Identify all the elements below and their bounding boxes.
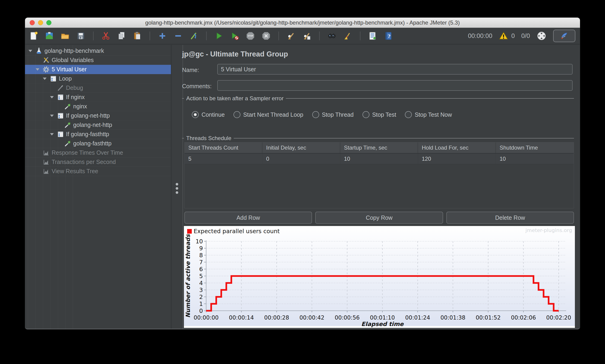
tree-item-label: Debug bbox=[66, 85, 83, 91]
cell-hold-load-for-sec[interactable]: 120 bbox=[418, 154, 496, 164]
templates-button[interactable] bbox=[44, 31, 55, 41]
tree-item-response-times-over-time[interactable]: Response Times Over Time bbox=[25, 148, 171, 157]
minimize-button[interactable] bbox=[38, 20, 43, 25]
radio-label: Stop Thread bbox=[322, 111, 354, 118]
comments-input[interactable] bbox=[217, 80, 573, 91]
paste-button[interactable] bbox=[132, 31, 143, 41]
delete-row-button[interactable]: Delete Row bbox=[446, 212, 574, 224]
expander-icon[interactable] bbox=[42, 78, 48, 80]
svg-text:00:01:38: 00:01:38 bbox=[441, 314, 466, 321]
tree-item-debug[interactable]: Debug bbox=[25, 83, 171, 93]
column-header-shutdown-time[interactable]: Shutdown Time bbox=[496, 143, 574, 153]
column-header-startup-time-sec[interactable]: Startup Time, sec bbox=[340, 143, 418, 153]
clean-all-button[interactable] bbox=[302, 31, 312, 41]
radio-continue[interactable]: Continue bbox=[192, 111, 225, 118]
open-button[interactable] bbox=[60, 31, 70, 41]
log-errors-indicator[interactable]: 0 bbox=[499, 31, 515, 41]
svg-text:00:01:10: 00:01:10 bbox=[370, 314, 395, 321]
svg-text:00:00:28: 00:00:28 bbox=[264, 314, 289, 321]
svg-text:6: 6 bbox=[199, 266, 203, 273]
toolbar-separator bbox=[319, 31, 320, 40]
test-plan-tree: golang-http-benchmarkGlobal Variables5 V… bbox=[25, 45, 171, 329]
tree-item-golang-fasthttp[interactable]: golang-fasthttp bbox=[25, 139, 171, 148]
radio-start-next-thread-loop[interactable]: Start Next Thread Loop bbox=[234, 111, 303, 118]
svg-text:5: 5 bbox=[199, 273, 203, 279]
column-header-hold-load-for-sec[interactable]: Hold Load For, sec bbox=[418, 143, 496, 153]
tree-item-transactions-per-second[interactable]: Transactions per Second bbox=[25, 157, 171, 167]
cell-initial-delay-sec[interactable]: 0 bbox=[263, 154, 340, 164]
radio-circle-icon bbox=[234, 111, 240, 118]
tree-item-label: 5 Virtual User bbox=[52, 66, 87, 73]
start-no-pauses-button[interactable] bbox=[229, 31, 240, 41]
dropper-icon bbox=[64, 140, 71, 147]
tree-item-loop[interactable]: Loop bbox=[25, 74, 171, 83]
search-reset-icon bbox=[343, 31, 353, 41]
zoom-button[interactable] bbox=[46, 20, 52, 25]
toolbar: 00:00:00 0 0/0 bbox=[25, 28, 580, 44]
radio-label: Start Next Thread Loop bbox=[243, 111, 303, 118]
copy-button[interactable] bbox=[116, 31, 127, 41]
new-button[interactable] bbox=[28, 31, 39, 41]
function-helper-icon bbox=[368, 31, 378, 41]
tree-item-if-golang-net-http[interactable]: If golang-net-http bbox=[25, 111, 171, 120]
titlebar[interactable]: golang-http-benchmark.jmx (/Users/nicola… bbox=[25, 18, 580, 28]
radio-stop-test-now[interactable]: Stop Test Now bbox=[405, 111, 452, 118]
search-reset-button[interactable] bbox=[342, 31, 353, 41]
sphere-icon[interactable] bbox=[537, 31, 547, 41]
expander-icon[interactable] bbox=[49, 115, 55, 117]
jmeter-window: golang-http-benchmark.jmx (/Users/nicola… bbox=[25, 18, 580, 329]
cell-startup-time-sec[interactable]: 10 bbox=[340, 154, 418, 164]
tree-item-global-variables[interactable]: Global Variables bbox=[25, 56, 171, 65]
tree-items: golang-http-benchmarkGlobal Variables5 V… bbox=[25, 46, 171, 176]
threads-schedule-title: Threads Schedule bbox=[186, 135, 231, 142]
tree-item-5-virtual-user[interactable]: 5 Virtual User bbox=[25, 65, 171, 74]
help-icon bbox=[383, 31, 393, 41]
radio-stop-test[interactable]: Stop Test bbox=[363, 111, 396, 118]
zoom-in-icon bbox=[158, 31, 167, 41]
start-button[interactable] bbox=[213, 31, 224, 41]
tree-item-golang-http-benchmark[interactable]: golang-http-benchmark bbox=[25, 46, 171, 56]
tree-item-label: golang-net-http bbox=[73, 122, 112, 128]
column-header-initial-delay-sec[interactable]: Initial Delay, sec bbox=[263, 143, 340, 153]
stop-button[interactable] bbox=[245, 31, 256, 41]
expander-icon[interactable] bbox=[49, 96, 55, 98]
tree-item-if-nginx[interactable]: If nginx bbox=[25, 93, 171, 102]
search-button[interactable] bbox=[327, 31, 337, 41]
help-button[interactable] bbox=[383, 31, 394, 41]
start-no-pauses-icon bbox=[230, 31, 239, 41]
tree-item-label: golang-fasthttp bbox=[73, 140, 111, 147]
copy-row-button[interactable]: Copy Row bbox=[315, 212, 443, 224]
tree-item-view-results-tree[interactable]: View Results Tree bbox=[25, 167, 171, 176]
content-area: golang-http-benchmarkGlobal Variables5 V… bbox=[25, 45, 580, 329]
tree-item-nginx[interactable]: nginx bbox=[25, 102, 171, 111]
svg-text:00:02:06: 00:02:06 bbox=[511, 314, 536, 321]
tree-item-golang-net-http[interactable]: golang-net-http bbox=[25, 120, 171, 130]
jmeter-logo-toggle-button[interactable] bbox=[553, 30, 575, 42]
close-button[interactable] bbox=[30, 20, 35, 25]
radio-label: Stop Test bbox=[372, 111, 396, 118]
cut-button[interactable] bbox=[101, 31, 111, 41]
cell-shutdown-time[interactable]: 10 bbox=[496, 154, 574, 164]
chart-icon bbox=[42, 158, 50, 166]
schedule-table-row[interactable]: 501012010 bbox=[184, 154, 574, 164]
toggle-button[interactable] bbox=[189, 31, 199, 41]
zoom-in-button[interactable] bbox=[157, 31, 168, 41]
radio-stop-thread[interactable]: Stop Thread bbox=[312, 111, 354, 118]
dropper-icon bbox=[64, 103, 71, 110]
column-header-start-threads-count[interactable]: Start Threads Count bbox=[184, 143, 263, 153]
add-row-button[interactable]: Add Row bbox=[184, 212, 312, 224]
expander-icon[interactable] bbox=[27, 50, 33, 52]
radio-label: Stop Test Now bbox=[415, 111, 452, 118]
save-button[interactable] bbox=[76, 31, 86, 41]
expander-icon[interactable] bbox=[49, 133, 55, 135]
cell-start-threads-count[interactable]: 5 bbox=[184, 154, 263, 164]
name-input[interactable] bbox=[217, 64, 573, 75]
svg-text:00:01:24: 00:01:24 bbox=[405, 314, 430, 321]
svg-text:3: 3 bbox=[199, 287, 203, 293]
clean-button[interactable] bbox=[286, 31, 296, 41]
tree-item-if-golang-fasthttp[interactable]: If golang-fasthttp bbox=[25, 130, 171, 139]
shutdown-button[interactable] bbox=[261, 31, 271, 41]
svg-text:2: 2 bbox=[199, 294, 203, 300]
zoom-out-button[interactable] bbox=[173, 31, 184, 41]
function-helper-button[interactable] bbox=[367, 31, 378, 41]
